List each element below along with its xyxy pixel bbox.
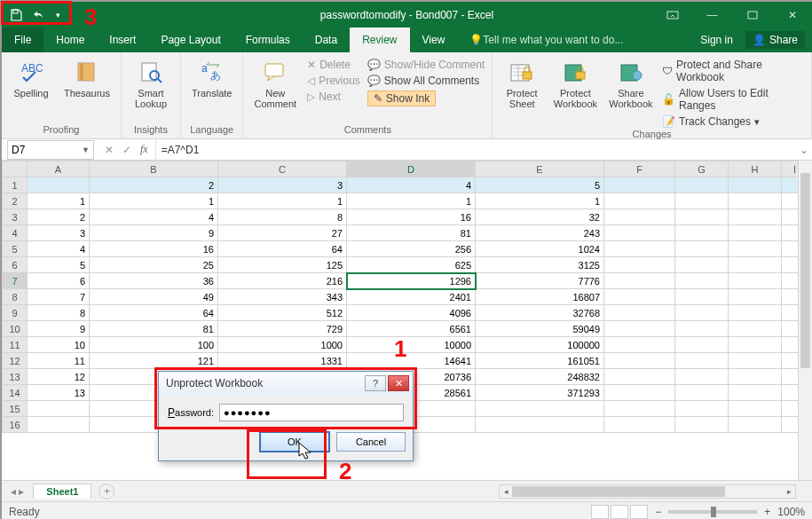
sheet-nav[interactable]: ◂ ▸ [2, 485, 33, 498]
cell-D5[interactable]: 256 [347, 241, 476, 257]
tab-home[interactable]: Home [43, 28, 97, 52]
zoom-out-icon[interactable]: − [655, 506, 661, 518]
cell-C3[interactable]: 8 [218, 209, 347, 225]
cell-G14[interactable] [675, 385, 729, 401]
tab-view[interactable]: View [410, 28, 458, 52]
cell-B6[interactable]: 25 [90, 257, 218, 273]
normal-view-icon[interactable] [591, 505, 609, 519]
cell-H3[interactable] [729, 209, 782, 225]
cell-E15[interactable] [476, 401, 604, 417]
protect-workbook-button[interactable]: Protect Workbook [551, 56, 599, 129]
cell-H15[interactable] [729, 401, 782, 417]
cell-E4[interactable]: 243 [476, 225, 604, 241]
cell-E16[interactable] [476, 417, 604, 433]
cell-A11[interactable]: 10 [28, 337, 90, 353]
cell-B7[interactable]: 36 [90, 273, 218, 289]
spelling-button[interactable]: ABCSpelling [9, 56, 53, 124]
cell-E14[interactable]: 371293 [476, 385, 604, 401]
cell-G4[interactable] [675, 225, 729, 241]
page-break-view-icon[interactable] [630, 505, 648, 519]
col-header-A[interactable]: A [28, 161, 90, 177]
cell-A9[interactable]: 8 [28, 305, 90, 321]
close-icon[interactable]: ✕ [772, 2, 812, 28]
row-header-2[interactable]: 2 [3, 193, 28, 209]
cell-B12[interactable]: 121 [90, 353, 218, 369]
cell-F1[interactable] [604, 177, 675, 193]
cell-B10[interactable]: 81 [90, 321, 218, 337]
cell-H2[interactable] [729, 193, 782, 209]
cell-A4[interactable]: 3 [28, 225, 90, 241]
cell-H1[interactable] [729, 177, 782, 193]
cell-E5[interactable]: 1024 [476, 241, 604, 257]
row-header-9[interactable]: 9 [3, 305, 28, 321]
cancel-button[interactable]: Cancel [336, 432, 406, 452]
cell-E12[interactable]: 161051 [476, 353, 604, 369]
cell-C11[interactable]: 1000 [218, 337, 347, 353]
minimize-icon[interactable]: — [692, 2, 732, 28]
cell-D8[interactable]: 2401 [347, 289, 476, 305]
dialog-help-icon[interactable]: ? [365, 375, 386, 391]
row-header-7[interactable]: 7 [3, 273, 28, 289]
cell-A15[interactable] [28, 401, 90, 417]
cell-G11[interactable] [675, 337, 729, 353]
cell-H5[interactable] [729, 241, 782, 257]
cell-B8[interactable]: 49 [90, 289, 218, 305]
cell-A10[interactable]: 9 [28, 321, 90, 337]
cell-G12[interactable] [675, 353, 729, 369]
col-header-H[interactable]: H [729, 161, 782, 177]
smart-lookup-button[interactable]: Smart Lookup [129, 56, 173, 124]
cell-F3[interactable] [604, 209, 675, 225]
cell-G8[interactable] [675, 289, 729, 305]
row-header-3[interactable]: 3 [3, 209, 28, 225]
cell-H7[interactable] [729, 273, 782, 289]
cell-F16[interactable] [604, 417, 675, 433]
cell-A16[interactable] [28, 417, 90, 433]
ribbon-options-icon[interactable] [652, 2, 692, 28]
cell-A14[interactable]: 13 [28, 385, 90, 401]
cell-G7[interactable] [675, 273, 729, 289]
cell-G10[interactable] [675, 321, 729, 337]
cell-F13[interactable] [604, 369, 675, 385]
dialog-titlebar[interactable]: Unprotect Workbook ? ✕ [159, 372, 413, 395]
name-box-dropdown-icon[interactable]: ▼ [82, 145, 90, 154]
cell-B2[interactable]: 1 [90, 193, 218, 209]
row-header-14[interactable]: 14 [3, 385, 28, 401]
cell-C5[interactable]: 64 [218, 241, 347, 257]
hscroll-thumb[interactable] [512, 486, 725, 497]
cell-D3[interactable]: 16 [347, 209, 476, 225]
cell-E3[interactable]: 32 [476, 209, 604, 225]
dialog-close-icon[interactable]: ✕ [388, 375, 409, 391]
page-layout-view-icon[interactable] [611, 505, 628, 519]
cell-C8[interactable]: 343 [218, 289, 347, 305]
zoom-slider[interactable] [668, 510, 757, 514]
ok-button[interactable]: OK [260, 432, 329, 452]
zoom-in-icon[interactable]: + [764, 506, 770, 518]
tab-page-layout[interactable]: Page Layout [148, 28, 233, 52]
cell-B11[interactable]: 100 [90, 337, 218, 353]
allow-edit-ranges-button[interactable]: 🔓Allow Users to Edit Ranges [662, 86, 804, 113]
cell-A7[interactable]: 6 [28, 273, 90, 289]
maximize-icon[interactable] [732, 2, 772, 28]
vertical-scrollbar[interactable] [798, 161, 812, 480]
cell-H4[interactable] [729, 225, 782, 241]
vscroll-thumb[interactable] [800, 173, 810, 368]
view-buttons[interactable] [591, 505, 648, 519]
row-header-1[interactable]: 1 [3, 177, 28, 193]
cell-D1[interactable]: 4 [347, 177, 476, 193]
tab-formulas[interactable]: Formulas [233, 28, 303, 52]
cell-F10[interactable] [604, 321, 675, 337]
undo-icon[interactable] [28, 5, 50, 25]
add-sheet-button[interactable]: + [99, 484, 114, 499]
cell-E13[interactable]: 248832 [476, 369, 604, 385]
zoom-level[interactable]: 100% [777, 506, 805, 518]
cell-D4[interactable]: 81 [347, 225, 476, 241]
cell-H10[interactable] [729, 321, 782, 337]
row-header-11[interactable]: 11 [3, 337, 28, 353]
row-header-15[interactable]: 15 [3, 401, 28, 417]
cell-G16[interactable] [675, 417, 729, 433]
cell-E11[interactable]: 100000 [476, 337, 604, 353]
cell-C12[interactable]: 1331 [218, 353, 347, 369]
expand-formula-bar-icon[interactable]: ⌄ [796, 144, 812, 156]
cell-F15[interactable] [604, 401, 675, 417]
cell-H11[interactable] [729, 337, 782, 353]
